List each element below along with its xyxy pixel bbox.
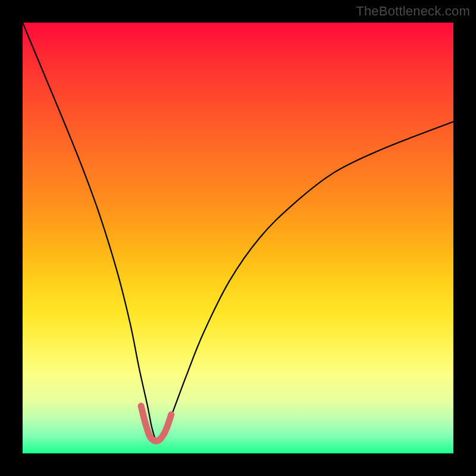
series-bottleneck-curve [23,23,453,442]
curve-svg [23,23,453,453]
attribution-label: TheBottleneck.com [356,4,470,19]
plot-area [23,23,453,453]
series-valley-marker [141,406,171,441]
chart-frame: TheBottleneck.com [0,0,476,476]
